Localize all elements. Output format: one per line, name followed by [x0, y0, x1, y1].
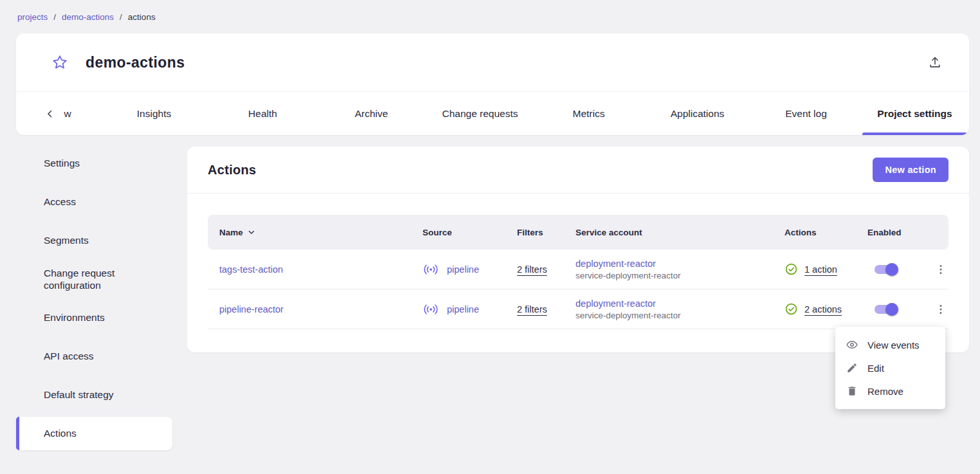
actions-panel: Actions New action Name Source Filters S… — [187, 147, 969, 352]
tabs-scroll-left[interactable]: w — [16, 92, 100, 135]
actions-cell: 1 action — [785, 262, 867, 276]
enabled-toggle[interactable] — [873, 303, 898, 316]
service-account-cell: deployment-reactor service-deployment-re… — [576, 298, 785, 320]
column-header-name-label: Name — [219, 228, 243, 237]
breadcrumb: projects / demo-actions / actions — [17, 12, 156, 22]
table-row: tags-test-action pipeline 2 filters — [208, 250, 948, 289]
source-cell: pipeline — [422, 303, 517, 316]
menu-item-edit[interactable]: Edit — [835, 356, 945, 379]
service-account-cell: deployment-reactor service-deployment-re… — [576, 259, 785, 280]
menu-item-label: Remove — [867, 386, 903, 397]
tab-health[interactable]: Health — [208, 92, 317, 135]
sidebar-item-segments[interactable]: Segments — [16, 224, 172, 257]
source-link[interactable]: pipeline — [447, 304, 479, 314]
menu-item-remove[interactable]: Remove — [835, 379, 945, 403]
breadcrumb-separator: / — [120, 12, 122, 22]
signal-icon — [422, 303, 439, 316]
column-header-enabled: Enabled — [867, 228, 931, 237]
action-name-link[interactable]: tags-test-action — [219, 264, 422, 275]
project-header-card: demo-actions w Insights Health — [16, 33, 969, 135]
sidebar-item-default-strategy[interactable]: Default strategy — [16, 378, 172, 412]
tab-project-settings[interactable]: Project settings — [860, 92, 969, 135]
column-header-source: Source — [422, 228, 517, 237]
tab-change-requests[interactable]: Change requests — [426, 92, 534, 135]
toggle-knob — [885, 303, 898, 316]
actions-cell: 2 actions — [785, 302, 867, 316]
filters-link[interactable]: 2 filters — [517, 304, 547, 314]
table-header-row: Name Source Filters Service account Acti… — [208, 215, 948, 250]
menu-item-label: Edit — [867, 363, 884, 374]
tab-overview-partial[interactable]: w — [64, 108, 71, 120]
breadcrumb-projects[interactable]: projects — [17, 12, 48, 22]
breadcrumb-separator: / — [53, 12, 56, 22]
project-header: demo-actions — [16, 33, 969, 91]
page-title: demo-actions — [86, 54, 185, 71]
service-account-link[interactable]: deployment-reactor — [576, 259, 785, 269]
actions-panel-header: Actions New action — [187, 147, 969, 194]
check-circle-icon — [785, 262, 798, 276]
chevron-down-icon — [247, 228, 256, 237]
row-menu-button[interactable] — [931, 260, 950, 279]
sidebar-item-api-access[interactable]: API access — [16, 340, 172, 373]
sidebar-item-change-request-configuration[interactable]: Change request configuration — [16, 262, 172, 296]
favorite-star-button[interactable] — [51, 53, 69, 71]
eye-icon — [846, 338, 858, 351]
column-header-name[interactable]: Name — [219, 228, 422, 237]
pencil-icon — [846, 361, 858, 374]
settings-sidebar: Settings Access Segments Change request … — [16, 147, 172, 455]
row-context-menu: View events Edit Remove — [835, 327, 945, 409]
star-icon — [51, 54, 68, 71]
tab-metrics[interactable]: Metrics — [534, 92, 643, 135]
column-header-actions: Actions — [785, 228, 867, 237]
kebab-icon — [934, 263, 947, 276]
sidebar-item-actions[interactable]: Actions — [16, 417, 172, 450]
tab-archive[interactable]: Archive — [317, 92, 426, 135]
menu-item-label: View events — [867, 340, 920, 351]
toggle-knob — [885, 263, 898, 276]
trash-icon — [846, 385, 858, 397]
tab-event-log[interactable]: Event log — [752, 92, 860, 135]
project-tabs: w Insights Health Archive Change request… — [16, 91, 969, 135]
actions-count-link[interactable]: 1 action — [804, 264, 837, 275]
column-header-service-account: Service account — [576, 228, 785, 237]
sidebar-item-settings[interactable]: Settings — [16, 147, 172, 180]
breadcrumb-current: actions — [128, 12, 156, 22]
filters-link[interactable]: 2 filters — [517, 264, 547, 275]
service-account-subtext: service-deployment-reactor — [576, 311, 785, 320]
breadcrumb-demo-actions[interactable]: demo-actions — [62, 12, 114, 22]
source-link[interactable]: pipeline — [447, 264, 479, 275]
source-cell: pipeline — [422, 263, 517, 276]
actions-table: Name Source Filters Service account Acti… — [208, 215, 948, 329]
sidebar-item-environments[interactable]: Environments — [16, 301, 172, 334]
column-header-filters: Filters — [517, 228, 576, 237]
tab-applications[interactable]: Applications — [643, 92, 752, 135]
table-row: pipeline-reactor pipeline 2 filters — [208, 289, 948, 329]
enabled-toggle[interactable] — [873, 263, 898, 276]
upload-icon — [928, 55, 942, 69]
export-button[interactable] — [925, 53, 945, 72]
check-circle-icon — [785, 302, 798, 316]
chevron-left-icon — [44, 108, 56, 120]
service-account-subtext: service-deployment-reactor — [576, 271, 785, 280]
service-account-link[interactable]: deployment-reactor — [576, 298, 785, 309]
panel-title: Actions — [208, 163, 256, 178]
sidebar-item-access[interactable]: Access — [16, 185, 172, 219]
tab-insights[interactable]: Insights — [100, 92, 208, 135]
page: projects / demo-actions / actions demo-a… — [0, 0, 980, 474]
row-menu-button[interactable] — [931, 300, 950, 319]
signal-icon — [422, 263, 439, 276]
new-action-button[interactable]: New action — [873, 158, 948, 182]
actions-count-link[interactable]: 2 actions — [804, 304, 842, 314]
menu-item-view-events[interactable]: View events — [835, 333, 945, 356]
action-name-link[interactable]: pipeline-reactor — [219, 304, 422, 314]
kebab-icon — [934, 303, 947, 316]
